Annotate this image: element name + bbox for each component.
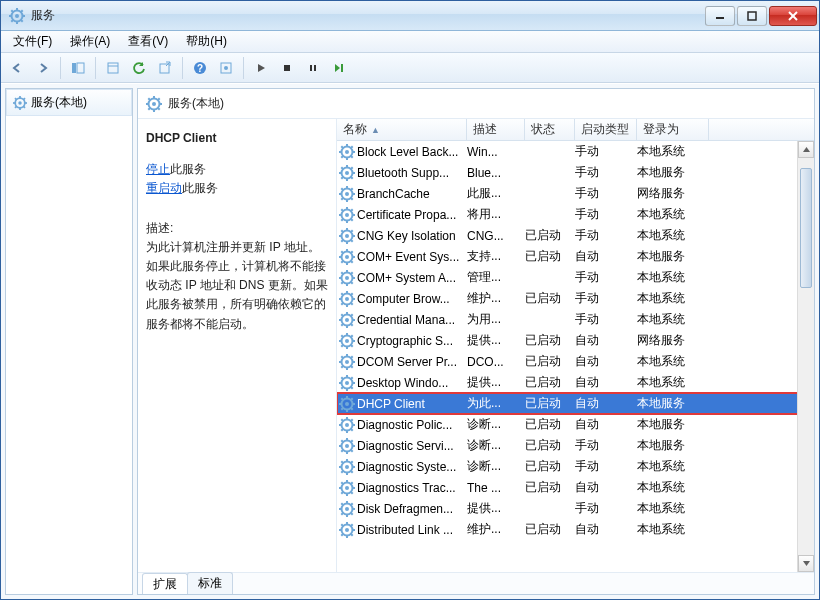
service-row[interactable]: Computer Brow...维护...已启动手动本地系统: [337, 288, 814, 309]
gear-icon: [339, 333, 355, 349]
service-row[interactable]: Credential Mana...为用...手动本地系统: [337, 309, 814, 330]
row-desc: 管理...: [467, 269, 525, 286]
minimize-button[interactable]: [705, 6, 735, 26]
vertical-scrollbar[interactable]: [797, 141, 814, 572]
row-status: 已启动: [525, 395, 575, 412]
menu-file[interactable]: 文件(F): [5, 31, 60, 52]
row-logon: 本地系统: [637, 269, 709, 286]
window-title: 服务: [31, 7, 703, 24]
col-desc[interactable]: 描述: [467, 119, 525, 140]
svg-rect-15: [77, 63, 84, 73]
gear-icon: [339, 354, 355, 370]
col-status[interactable]: 状态: [525, 119, 575, 140]
row-startup: 自动: [575, 248, 637, 265]
tree-root-services[interactable]: 服务(本地): [6, 89, 132, 116]
menu-help[interactable]: 帮助(H): [178, 31, 235, 52]
service-row[interactable]: BranchCache此服...手动网络服务: [337, 183, 814, 204]
row-name: Cryptographic S...: [357, 334, 453, 348]
row-startup: 手动: [575, 269, 637, 286]
scroll-thumb[interactable]: [800, 168, 812, 288]
start-service-button[interactable]: [249, 56, 273, 80]
forward-button[interactable]: [31, 56, 55, 80]
scroll-up-button[interactable]: [798, 141, 814, 158]
service-row[interactable]: Diagnostic Servi...诊断...已启动手动本地服务: [337, 435, 814, 456]
service-row[interactable]: DHCP Client为此...已启动自动本地服务: [337, 393, 814, 414]
list-body[interactable]: Block Level Back...Win...手动本地系统Bluetooth…: [337, 141, 814, 572]
row-startup: 手动: [575, 458, 637, 475]
svg-rect-24: [284, 65, 290, 71]
row-status: 已启动: [525, 458, 575, 475]
gear-icon: [339, 396, 355, 412]
row-desc: CNG...: [467, 229, 525, 243]
row-name: Diagnostic Syste...: [357, 460, 456, 474]
toolbar: ?: [1, 53, 819, 83]
service-row[interactable]: COM+ Event Sys...支持...已启动自动本地服务: [337, 246, 814, 267]
back-button[interactable]: [5, 56, 29, 80]
row-name: BranchCache: [357, 187, 430, 201]
service-row[interactable]: Diagnostic Syste...诊断...已启动手动本地系统: [337, 456, 814, 477]
service-row[interactable]: Certificate Propa...将用...手动本地系统: [337, 204, 814, 225]
maximize-button[interactable]: [737, 6, 767, 26]
svg-rect-26: [314, 65, 316, 71]
refresh-button[interactable]: [127, 56, 151, 80]
menu-action[interactable]: 操作(A): [62, 31, 118, 52]
row-startup: 手动: [575, 437, 637, 454]
row-desc: 提供...: [467, 374, 525, 391]
col-startup[interactable]: 启动类型: [575, 119, 637, 140]
service-row[interactable]: Desktop Windo...提供...已启动自动本地系统: [337, 372, 814, 393]
row-startup: 自动: [575, 416, 637, 433]
right-panel: 服务(本地) DHCP Client 停止此服务 重启动此服务 描述: 为此计算…: [137, 88, 815, 595]
menu-view[interactable]: 查看(V): [120, 31, 176, 52]
row-name: Bluetooth Supp...: [357, 166, 449, 180]
tree-root-label: 服务(本地): [31, 94, 87, 111]
action-button[interactable]: [214, 56, 238, 80]
row-desc: 维护...: [467, 521, 525, 538]
restart-service-link[interactable]: 重启动: [146, 181, 182, 195]
tab-extended[interactable]: 扩展: [142, 573, 188, 595]
scroll-track[interactable]: [798, 158, 814, 555]
detail-pane: DHCP Client 停止此服务 重启动此服务 描述: 为此计算机注册并更新 …: [138, 119, 336, 572]
service-row[interactable]: Bluetooth Supp...Blue...手动本地服务: [337, 162, 814, 183]
service-row[interactable]: Diagnostics Trac...The ...已启动自动本地系统: [337, 477, 814, 498]
gear-icon: [339, 186, 355, 202]
row-desc: 此服...: [467, 185, 525, 202]
sort-asc-icon: ▲: [371, 125, 380, 135]
service-list: 名称▲ 描述 状态 启动类型 登录为 Block Level Back...Wi…: [336, 119, 814, 572]
row-status: 已启动: [525, 521, 575, 538]
export-button[interactable]: [153, 56, 177, 80]
service-row[interactable]: Distributed Link ...维护...已启动自动本地系统: [337, 519, 814, 540]
service-row[interactable]: Block Level Back...Win...手动本地系统: [337, 141, 814, 162]
scroll-down-button[interactable]: [798, 555, 814, 572]
description-text: 为此计算机注册并更新 IP 地址。如果此服务停止，计算机将不能接收动态 IP 地…: [146, 238, 328, 334]
service-row[interactable]: CNG Key IsolationCNG...已启动手动本地系统: [337, 225, 814, 246]
restart-service-button[interactable]: [327, 56, 351, 80]
row-name: Diagnostic Servi...: [357, 439, 454, 453]
close-button[interactable]: [769, 6, 817, 26]
show-hide-tree-button[interactable]: [66, 56, 90, 80]
col-logon[interactable]: 登录为: [637, 119, 709, 140]
service-row[interactable]: COM+ System A...管理...手动本地系统: [337, 267, 814, 288]
row-startup: 手动: [575, 164, 637, 181]
stop-service-link[interactable]: 停止: [146, 162, 170, 176]
service-row[interactable]: DCOM Server Pr...DCO...已启动自动本地系统: [337, 351, 814, 372]
pause-service-button[interactable]: [301, 56, 325, 80]
service-row[interactable]: Cryptographic S...提供...已启动自动网络服务: [337, 330, 814, 351]
tree-panel: 服务(本地): [5, 88, 133, 595]
svg-rect-18: [160, 64, 169, 73]
gear-icon: [339, 270, 355, 286]
col-name[interactable]: 名称▲: [337, 119, 467, 140]
row-startup: 手动: [575, 227, 637, 244]
tab-standard[interactable]: 标准: [187, 572, 233, 594]
row-startup: 手动: [575, 311, 637, 328]
properties-button[interactable]: [101, 56, 125, 80]
gear-icon: [339, 375, 355, 391]
service-row[interactable]: Disk Defragmen...提供...手动本地系统: [337, 498, 814, 519]
service-row[interactable]: Diagnostic Polic...诊断...已启动自动本地服务: [337, 414, 814, 435]
title-bar[interactable]: 服务: [1, 1, 819, 31]
gear-icon: [339, 144, 355, 160]
row-logon: 本地系统: [637, 290, 709, 307]
help-button[interactable]: ?: [188, 56, 212, 80]
stop-service-button[interactable]: [275, 56, 299, 80]
list-header: 名称▲ 描述 状态 启动类型 登录为: [337, 119, 814, 141]
svg-rect-11: [748, 12, 756, 20]
